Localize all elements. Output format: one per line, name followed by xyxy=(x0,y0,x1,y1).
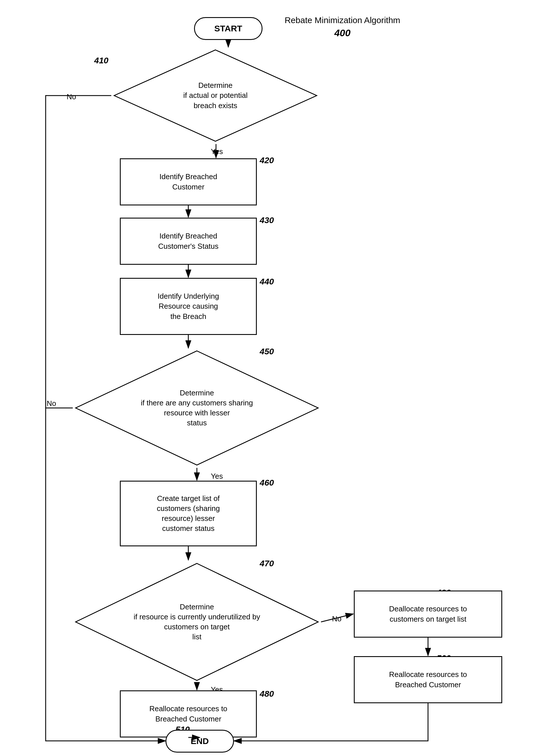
title-line1: Rebate Minimization Algorithm xyxy=(284,15,400,25)
step-500-rect: Reallocate resources toBreached Customer xyxy=(354,656,502,703)
no-label-410: No xyxy=(57,91,86,103)
step-430-label: Identify BreachedCustomer's Status xyxy=(158,231,219,251)
step-440-rect: Identify UnderlyingResource causingthe B… xyxy=(120,278,257,335)
step-420-label: Identify BreachedCustomer xyxy=(160,172,217,192)
yes-label-450: Yes xyxy=(205,471,228,482)
step-470-diamond: Determineif resource is currently underu… xyxy=(73,561,321,683)
no-label-470: No xyxy=(325,613,348,625)
step-480-number: 480 xyxy=(260,689,274,699)
step-450-diamond: Determineif there are any customers shar… xyxy=(73,348,321,468)
step-460-rect: Create target list ofcustomers (sharingr… xyxy=(120,481,257,546)
flowchart-container: Rebate Minimization Algorithm 400 START … xyxy=(0,0,549,756)
step-490-label: Deallocate resources tocustomers on targ… xyxy=(389,604,467,624)
title-number: 400 xyxy=(334,27,351,38)
step-460-label: Create target list ofcustomers (sharingr… xyxy=(157,494,220,533)
step-480-label: Reallocate resources toBreached Customer xyxy=(149,704,227,724)
step-500-label: Reallocate resources toBreached Customer xyxy=(389,670,467,690)
step-410-number: 410 xyxy=(94,56,108,65)
step-460-number: 460 xyxy=(260,478,274,488)
step-430-rect: Identify BreachedCustomer's Status xyxy=(120,218,257,265)
yes-label-410: Yes xyxy=(205,146,228,157)
end-node: END xyxy=(165,730,234,753)
step-490-rect: Deallocate resources tocustomers on targ… xyxy=(354,591,502,638)
step-440-label: Identify UnderlyingResource causingthe B… xyxy=(158,291,219,321)
diagram-title: Rebate Minimization Algorithm 400 xyxy=(263,14,422,40)
step-410-diamond: Determineif actual or potentialbreach ex… xyxy=(111,47,320,144)
step-430-number: 430 xyxy=(260,215,274,225)
start-node: START xyxy=(194,17,263,40)
step-440-number: 440 xyxy=(260,277,274,286)
step-420-rect: Identify BreachedCustomer xyxy=(120,158,257,205)
step-420-number: 420 xyxy=(260,155,274,165)
step-470-label: Determineif resource is currently underu… xyxy=(134,602,260,642)
step-450-label: Determineif there are any customers shar… xyxy=(141,388,253,428)
no-label-450: No xyxy=(37,398,66,409)
step-410-label: Determineif actual or potentialbreach ex… xyxy=(183,80,247,110)
